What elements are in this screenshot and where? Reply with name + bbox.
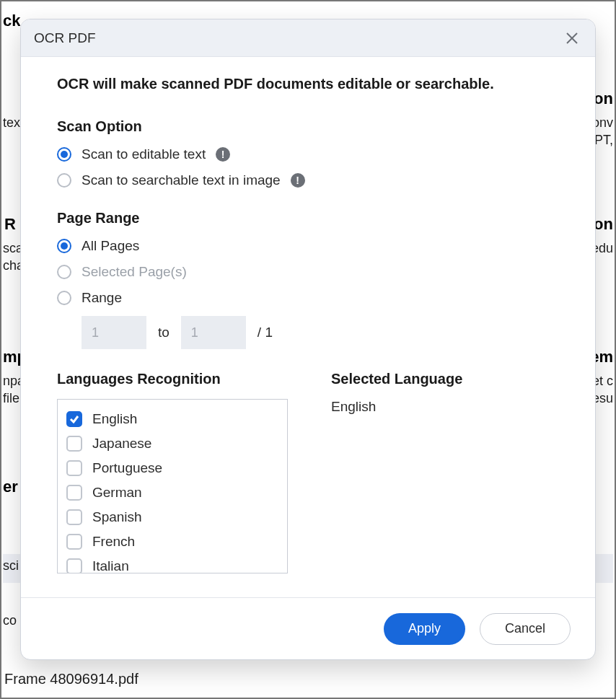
radio-unchecked-icon [57,291,71,305]
scan-option-heading: Scan Option [57,118,559,135]
lang-item-portuguese[interactable]: Portuguese [63,456,281,480]
scan-editable-row[interactable]: Scan to editable text ! [57,146,559,162]
bg-frag: co [3,613,17,628]
lang-item-japanese[interactable]: Japanese [63,431,281,456]
bg-frag: sci [3,558,19,573]
checkbox-unchecked-icon [66,460,82,476]
close-button[interactable] [562,28,582,48]
info-icon[interactable]: ! [216,147,230,162]
radio-checked-icon [57,239,71,253]
checkbox-unchecked-icon [66,509,82,525]
range-to-label: to [158,325,170,340]
info-icon[interactable]: ! [291,173,305,188]
range-inputs: to / 1 [82,316,559,349]
lang-label: German [92,485,142,501]
bg-frag: file [3,391,19,406]
languages-listbox[interactable]: English Japanese Portuguese German [57,399,288,573]
range-total: / 1 [258,325,273,340]
selected-language-heading: Selected Language [331,371,559,387]
bg-frag: R [4,215,16,234]
bg-frag: er [3,478,18,496]
apply-button[interactable]: Apply [384,613,465,645]
scan-editable-label: Scan to editable text [82,146,206,162]
lang-label: Italian [92,558,129,573]
checkbox-unchecked-icon [66,485,82,501]
page-all-label: All Pages [82,238,139,254]
ocr-dialog: OCR PDF OCR will make scanned PDF docume… [20,19,596,660]
dialog-body: OCR will make scanned PDF documents edit… [21,57,595,597]
page-all-row[interactable]: All Pages [57,238,559,254]
dialog-header: OCR PDF [21,19,595,57]
selected-language-value: English [331,399,559,415]
page-range-heading: Page Range [57,210,559,227]
lang-label: French [92,534,135,550]
page-selected-row: Selected Page(s) [57,264,559,280]
lang-label: Portuguese [92,460,162,476]
bg-frag: ck [3,12,20,30]
languages-heading: Languages Recognition [57,371,288,387]
dialog-title: OCR PDF [34,30,96,46]
current-file-label: Frame 48096914.pdf [4,671,138,687]
radio-unchecked-icon [57,173,71,188]
lang-item-german[interactable]: German [63,480,281,505]
dialog-intro: OCR will make scanned PDF documents edit… [57,76,559,92]
cancel-button[interactable]: Cancel [480,613,571,645]
bg-frag: PT, [594,133,613,148]
languages-section: Languages Recognition English Japanese [57,371,559,573]
page-range-row[interactable]: Range [57,290,559,306]
lang-item-english[interactable]: English [63,407,281,431]
page-selected-label: Selected Page(s) [82,264,187,280]
page-range-label: Range [82,290,122,306]
lang-item-french[interactable]: French [63,529,281,554]
lang-label: Japanese [92,436,151,452]
lang-label: Spanish [92,509,142,525]
lang-item-italian[interactable]: Italian [63,554,281,573]
range-to-input[interactable] [181,316,246,349]
dialog-footer: Apply Cancel [21,597,595,659]
close-icon [566,32,578,45]
page-range-section: Page Range All Pages Selected Page(s) Ra… [57,210,559,349]
radio-checked-icon [57,147,71,162]
checkbox-checked-icon [66,411,82,427]
checkbox-unchecked-icon [66,558,82,573]
scan-searchable-row[interactable]: Scan to searchable text in image ! [57,172,559,188]
checkbox-unchecked-icon [66,534,82,550]
app-viewport: ck Con tex onv PT, R Con sca cha edu mp … [0,0,616,699]
bg-frag: tex [3,115,20,131]
scan-option-section: Scan Option Scan to editable text ! Scan… [57,118,559,188]
lang-item-spanish[interactable]: Spanish [63,505,281,529]
radio-unchecked-icon [57,265,71,279]
lang-label: English [92,411,137,427]
scan-searchable-label: Scan to searchable text in image [82,172,281,188]
range-from-input[interactable] [82,316,146,349]
checkbox-unchecked-icon [66,436,82,452]
